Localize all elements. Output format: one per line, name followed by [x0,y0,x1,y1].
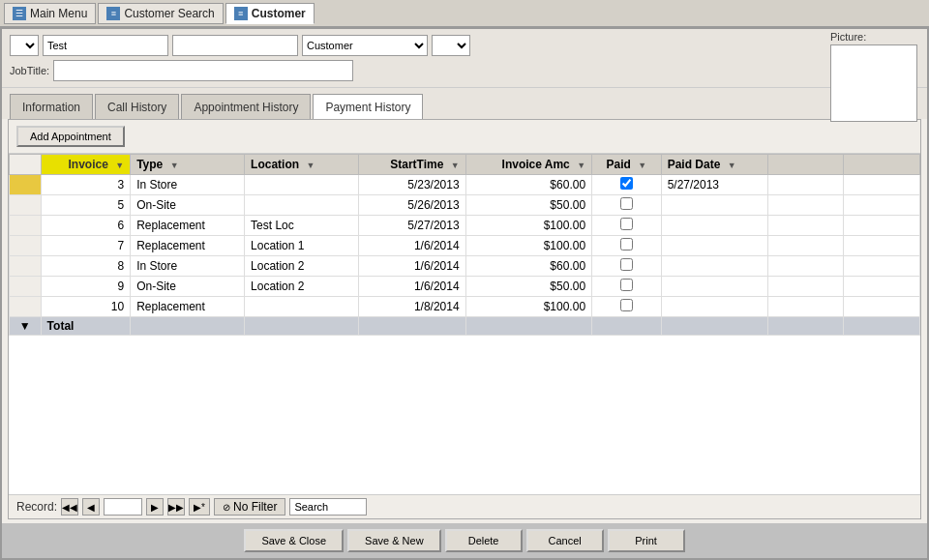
cell-amount: $50.00 [465,195,591,216]
cell-amount: $100.00 [465,297,591,317]
nav-prev-button[interactable]: ◀ [82,498,100,516]
cell-type: On-Site [131,195,245,216]
search-input[interactable] [289,498,367,516]
cell-starttime: 1/6/2014 [359,277,466,297]
total-cell [131,317,245,336]
cell-extra2 [844,277,920,297]
header-location[interactable]: Location ▼ [245,155,359,175]
invoice-sort-icon: ▼ [115,161,124,170]
table-row[interactable]: 6ReplacementTest Loc5/27/2013$100.00 [10,216,920,236]
first-name-input[interactable] [43,35,168,56]
row-selector[interactable] [10,216,42,236]
content-area: Add Appointment Invoice ▼ Type ▼ [8,119,921,519]
suffix-dropdown[interactable] [432,35,470,56]
customer-icon: ≡ [234,7,248,20]
title-dropdown[interactable] [10,35,39,56]
header-invoice[interactable]: Invoice ▼ [41,155,131,175]
type-sort-icon: ▼ [170,161,179,170]
tab-customer-search[interactable]: ≡ Customer Search [98,3,223,24]
cell-paid[interactable] [592,277,662,297]
cell-extra2 [844,195,920,216]
appointments-table: Invoice ▼ Type ▼ Location ▼ StartTime [9,154,920,336]
header-paiddate-label: Paid Date [668,158,721,171]
nav-last-button[interactable]: ▶▶ [167,498,185,516]
jobtitle-input[interactable] [53,60,353,81]
tab-information[interactable]: Information [10,94,93,119]
cell-starttime: 5/26/2013 [359,195,466,216]
table-row[interactable]: 7ReplacementLocation 11/6/2014$100.00 [10,236,920,256]
table-row[interactable]: 3In Store5/23/2013$60.005/27/2013 [10,175,920,195]
cell-location: Location 2 [245,256,359,277]
row-selector[interactable] [10,195,42,216]
cell-paiddate [661,236,767,256]
cell-extra2 [844,175,920,195]
table-row[interactable]: 5On-Site5/26/2013$50.00 [10,195,920,216]
header-amount[interactable]: Invoice Amc ▼ [465,155,591,175]
cell-paid[interactable] [592,195,662,216]
customer-dropdown[interactable]: Customer [302,35,428,56]
cell-amount: $100.00 [465,216,591,236]
table-row[interactable]: 10Replacement1/8/2014$100.00 [10,297,920,317]
cell-type: On-Site [131,277,245,297]
header-starttime[interactable]: StartTime ▼ [359,155,466,175]
header-paid[interactable]: Paid ▼ [592,155,662,175]
cell-starttime: 1/8/2014 [359,297,466,317]
header-paiddate[interactable]: Paid Date ▼ [661,155,767,175]
cell-invoice: 7 [41,236,131,256]
starttime-sort-icon: ▼ [451,161,460,170]
cell-amount: $50.00 [465,277,591,297]
total-selector[interactable]: ▼ [10,317,42,336]
cell-location: Location 2 [245,277,359,297]
header-type[interactable]: Type ▼ [131,155,245,175]
row-selector[interactable] [10,297,42,317]
total-cell [844,317,920,336]
add-appointment-button[interactable]: Add Appointment [16,126,125,147]
cell-paid[interactable] [592,256,662,277]
print-button[interactable]: Print [608,529,685,552]
no-filter-button[interactable]: ⊘ No Filter [214,498,285,516]
save-close-button[interactable]: Save & Close [244,529,344,552]
cell-extra2 [844,216,920,236]
cell-starttime: 5/27/2013 [359,216,466,236]
row-selector[interactable] [10,277,42,297]
tab-call-history[interactable]: Call History [95,94,179,119]
record-number-input[interactable] [104,498,142,516]
row-selector[interactable] [10,175,42,195]
customer-header: Customer JobTitle: Picture: [2,29,927,88]
cell-paid[interactable] [592,175,662,195]
tab-main-menu[interactable]: ☰ Main Menu [4,3,96,24]
table-row[interactable]: 9On-SiteLocation 21/6/2014$50.00 [10,277,920,297]
cell-paid[interactable] [592,297,662,317]
table-wrapper[interactable]: Invoice ▼ Type ▼ Location ▼ StartTime [9,154,920,494]
cell-paid[interactable] [592,236,662,256]
cell-paiddate: 5/27/2013 [661,175,767,195]
cancel-button[interactable]: Cancel [526,529,604,552]
nav-next-button[interactable]: ▶ [146,498,164,516]
customer-search-icon: ≡ [106,7,120,20]
picture-box [830,44,917,122]
total-cell [592,317,662,336]
cell-paid[interactable] [592,216,662,236]
amount-sort-icon: ▼ [577,161,585,170]
last-name-input[interactable] [172,35,298,56]
cell-paiddate [661,195,767,216]
cell-invoice: 10 [41,297,131,317]
table-row[interactable]: 8In StoreLocation 21/6/2014$60.00 [10,256,920,277]
delete-button[interactable]: Delete [445,529,523,552]
total-row: ▼Total [10,317,920,336]
header-extra1 [767,155,844,175]
cell-extra1 [767,195,844,216]
cell-location [245,175,359,195]
cell-starttime: 5/23/2013 [359,175,466,195]
nav-new-button[interactable]: ▶* [189,498,210,516]
nav-first-button[interactable]: ◀◀ [61,498,78,516]
row-selector[interactable] [10,256,42,277]
record-label: Record: [16,500,57,514]
tab-appointment-history[interactable]: Appointment History [181,94,311,119]
header-extra2 [844,155,920,175]
tab-customer[interactable]: ≡ Customer [225,3,315,24]
cell-paiddate [661,256,767,277]
tab-payment-history[interactable]: Payment History [313,94,423,119]
save-new-button[interactable]: Save & New [347,529,441,552]
row-selector[interactable] [10,236,42,256]
